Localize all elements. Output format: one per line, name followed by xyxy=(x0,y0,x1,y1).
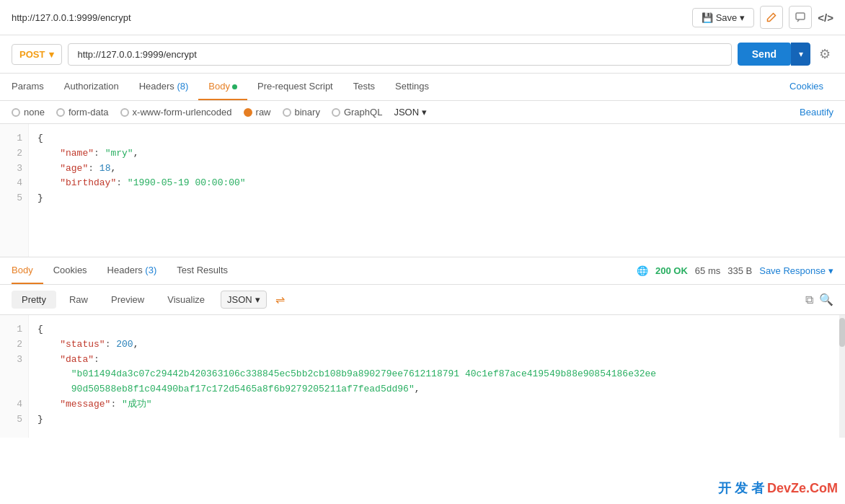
response-meta: 🌐 200 OK 65 ms 335 B Save Response ▾ xyxy=(637,265,833,276)
comment-icon-button[interactable] xyxy=(789,6,812,29)
top-bar: http://127.0.0.1:9999/encrypt 💾 Save ▾ <… xyxy=(0,0,845,35)
body-type-urlencoded[interactable]: x-www-form-urlencoded xyxy=(120,107,232,118)
request-tabs: Params Authorization Headers (8) Body Pr… xyxy=(0,74,845,101)
tab-pre-request[interactable]: Pre-request Script xyxy=(247,74,343,100)
body-none-label: none xyxy=(24,107,45,118)
response-time: 65 ms xyxy=(695,265,720,276)
body-type-graphql[interactable]: GraphQL xyxy=(332,107,382,118)
resp-json-chevron: ▾ xyxy=(255,294,260,305)
resp-headers-badge: (3) xyxy=(145,265,156,275)
body-type-form-data[interactable]: form-data xyxy=(56,107,109,118)
rtab-test-results[interactable]: Test Results xyxy=(167,257,238,284)
body-active-dot xyxy=(232,84,237,89)
tab-headers[interactable]: Headers (8) xyxy=(129,74,199,100)
filter-icon[interactable]: ⇌ xyxy=(275,293,285,306)
tab-params[interactable]: Params xyxy=(12,74,54,100)
body-form-data-label: form-data xyxy=(68,107,109,118)
comment-icon xyxy=(795,12,805,22)
environment-button[interactable]: ⚙ xyxy=(816,43,833,65)
copy-response-button[interactable]: ⧉ xyxy=(805,293,813,306)
top-bar-actions: 💾 Save ▾ </> xyxy=(692,6,833,29)
response-json-selector[interactable]: JSON ▾ xyxy=(221,291,267,309)
rtab-headers[interactable]: Headers (3) xyxy=(97,257,167,284)
line-numbers: 1 2 3 4 5 xyxy=(0,124,29,257)
request-bar: POST ▾ Send ▾ ⚙ xyxy=(0,35,845,74)
globe-icon: 🌐 xyxy=(637,265,648,276)
tab-body[interactable]: Body xyxy=(198,74,247,100)
rtab-cookies[interactable]: Cookies xyxy=(43,257,97,284)
rfmt-raw[interactable]: Raw xyxy=(59,291,98,309)
pencil-icon xyxy=(766,12,777,22)
response-status: 200 OK xyxy=(655,265,688,276)
save-disk-icon: 💾 xyxy=(702,12,713,23)
radio-form-data xyxy=(56,108,65,117)
headers-label: Headers xyxy=(139,81,177,92)
body-urlencoded-label: x-www-form-urlencoded xyxy=(133,107,232,118)
code-body[interactable]: { "name": "mry", "age": 18, "birthday": … xyxy=(29,124,845,257)
body-type-selector: none form-data x-www-form-urlencoded raw… xyxy=(0,101,845,124)
body-type-none[interactable]: none xyxy=(12,107,45,118)
save-response-chevron: ▾ xyxy=(828,265,833,276)
scrollbar-thumb xyxy=(839,318,845,347)
send-button[interactable]: Send xyxy=(738,43,791,66)
url-input[interactable] xyxy=(68,43,731,66)
edit-icon-button[interactable] xyxy=(760,6,783,29)
body-raw-label: raw xyxy=(256,107,271,118)
response-body-editor[interactable]: 1 2 3 4 5 { "status": 200, "data": "b011… xyxy=(0,315,845,438)
radio-urlencoded xyxy=(120,108,129,117)
code-view-button[interactable]: </> xyxy=(818,12,833,24)
method-label: POST xyxy=(19,49,45,60)
radio-raw xyxy=(244,108,252,117)
save-response-label: Save Response xyxy=(759,265,826,276)
send-dropdown-button[interactable]: ▾ xyxy=(791,43,810,66)
request-body-editor[interactable]: 1 2 3 4 5 { "name": "mry", "age": 18, "b… xyxy=(0,124,845,257)
response-actions: ⧉ 🔍 xyxy=(805,293,833,306)
beautify-button[interactable]: Beautify xyxy=(800,107,833,118)
tab-authorization[interactable]: Authorization xyxy=(54,74,129,100)
rfmt-visualize[interactable]: Visualize xyxy=(157,291,215,309)
response-scrollbar[interactable] xyxy=(839,315,845,438)
radio-none xyxy=(12,108,20,117)
radio-graphql xyxy=(332,108,340,117)
method-chevron: ▾ xyxy=(49,49,54,60)
response-size: 335 B xyxy=(727,265,752,276)
rfmt-pretty[interactable]: Pretty xyxy=(12,291,56,309)
resp-json-label: JSON xyxy=(227,294,252,305)
save-response-button[interactable]: Save Response ▾ xyxy=(759,265,833,276)
json-format-selector[interactable]: JSON ▾ xyxy=(394,107,427,118)
svg-rect-0 xyxy=(796,13,805,19)
rtab-body[interactable]: Body xyxy=(12,257,43,284)
body-type-binary[interactable]: binary xyxy=(283,107,320,118)
method-select[interactable]: POST ▾ xyxy=(12,44,62,65)
json-format-label: JSON xyxy=(394,107,419,118)
top-bar-url: http://127.0.0.1:9999/encrypt xyxy=(12,12,131,23)
tab-tests[interactable]: Tests xyxy=(343,74,385,100)
headers-badge: (8) xyxy=(177,81,188,92)
radio-binary xyxy=(283,108,291,117)
save-chevron-icon: ▾ xyxy=(740,12,745,23)
body-type-raw[interactable]: raw xyxy=(244,107,271,118)
search-response-button[interactable]: 🔍 xyxy=(819,293,833,306)
send-group: Send ▾ xyxy=(738,43,810,66)
body-label: Body xyxy=(208,81,230,92)
resp-headers-label: Headers xyxy=(107,265,146,275)
tab-settings[interactable]: Settings xyxy=(385,74,439,100)
response-line-numbers: 1 2 3 4 5 xyxy=(0,315,29,438)
body-graphql-label: GraphQL xyxy=(344,107,382,118)
rfmt-preview[interactable]: Preview xyxy=(101,291,154,309)
save-button[interactable]: 💾 Save ▾ xyxy=(692,8,755,27)
tab-cookies[interactable]: Cookies xyxy=(779,74,833,100)
save-label: Save xyxy=(716,12,738,23)
response-code: { "status": 200, "data": "b011494da3c07c… xyxy=(29,315,845,438)
response-format-bar: Pretty Raw Preview Visualize JSON ▾ ⇌ ⧉ … xyxy=(0,285,845,315)
response-tabs: Body Cookies Headers (3) Test Results 🌐 … xyxy=(0,257,845,285)
body-binary-label: binary xyxy=(295,107,320,118)
json-chevron-icon: ▾ xyxy=(422,107,427,118)
